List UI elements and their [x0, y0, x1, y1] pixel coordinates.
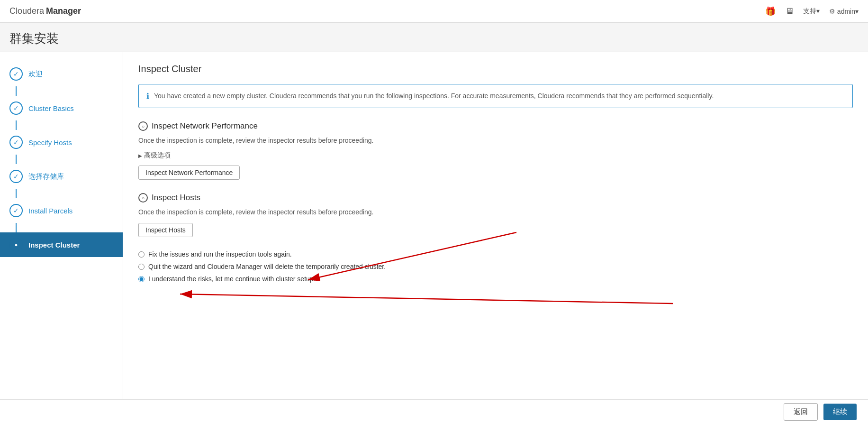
- radio-group: Fix the issues and run the inspection to…: [138, 250, 853, 283]
- topnav: Cloudera Manager 🎁 🖥 支持▾ ⚙ admin▾: [0, 0, 868, 23]
- admin-menu[interactable]: ⚙ admin▾: [829, 8, 859, 15]
- radio-quit-wizard[interactable]: Quit the wizard and Cloudera Manager wil…: [138, 263, 853, 270]
- network-title-text: Inspect Network Performance: [152, 121, 258, 131]
- network-clock-icon: ○: [138, 121, 148, 131]
- cloud-icon[interactable]: 🖥: [785, 6, 794, 16]
- topnav-actions: 🎁 🖥 支持▾ ⚙ admin▾: [765, 6, 859, 17]
- network-desc: Once the inspection is complete, review …: [138, 136, 853, 146]
- sidebar-item-install-parcels[interactable]: ✓ Install Parcels: [0, 198, 123, 223]
- bottom-bar: 返回 继续: [0, 399, 868, 424]
- sidebar-label-inspect-cluster: Inspect Cluster: [28, 241, 80, 249]
- hosts-section: ○ Inspect Hosts Once the inspection is c…: [138, 193, 853, 237]
- sidebar-label-select-repo: 选择存储库: [28, 172, 64, 181]
- network-section: ○ Inspect Network Performance Once the i…: [138, 121, 853, 180]
- sidebar-item-select-repo[interactable]: ✓ 选择存储库: [0, 164, 123, 189]
- radio-quit-label: Quit the wizard and Cloudera Manager wil…: [148, 263, 386, 270]
- step-icon-install-parcels: ✓: [9, 204, 23, 217]
- sidebar-item-welcome[interactable]: ✓ 欢迎: [0, 62, 123, 86]
- radio-continue-label: I understand the risks, let me continue …: [148, 275, 316, 283]
- step-icon-cluster-basics: ✓: [9, 101, 23, 115]
- radio-continue-setup[interactable]: I understand the risks, let me continue …: [138, 275, 853, 283]
- hosts-section-title: ○ Inspect Hosts: [138, 193, 853, 203]
- support-menu[interactable]: 支持▾: [803, 7, 820, 16]
- sidebar-line-4: [16, 189, 17, 198]
- sidebar-line-2: [16, 120, 17, 130]
- info-icon: ℹ: [146, 92, 149, 101]
- content-area: Inspect Cluster ℹ You have created a new…: [123, 52, 868, 424]
- brand-cloudera: Cloudera: [9, 6, 44, 16]
- step-icon-welcome: ✓: [9, 67, 23, 81]
- inspect-hosts-button[interactable]: Inspect Hosts: [138, 223, 193, 237]
- radio-fix-label: Fix the issues and run the inspection to…: [148, 250, 292, 258]
- sidebar: ✓ 欢迎 ✓ Cluster Basics ✓ Specify Hosts ✓ …: [0, 52, 123, 424]
- page-title: 群集安装: [0, 23, 868, 52]
- sidebar-label-cluster-basics: Cluster Basics: [28, 104, 74, 112]
- sidebar-item-cluster-basics[interactable]: ✓ Cluster Basics: [0, 96, 123, 120]
- brand-manager: Manager: [46, 6, 81, 16]
- radio-fix-input[interactable]: [138, 251, 145, 258]
- continue-button[interactable]: 继续: [823, 404, 857, 420]
- step-icon-select-repo: ✓: [9, 170, 23, 183]
- advanced-options-label: 高级选项: [144, 151, 171, 160]
- gift-icon[interactable]: 🎁: [765, 6, 776, 17]
- sidebar-line-3: [16, 155, 17, 164]
- step-icon-specify-hosts: ✓: [9, 136, 23, 149]
- step-icon-inspect-cluster: ●: [9, 238, 23, 251]
- sidebar-line-5: [16, 223, 17, 232]
- sidebar-item-specify-hosts[interactable]: ✓ Specify Hosts: [0, 130, 123, 155]
- topnav-brand: Cloudera Manager: [9, 6, 81, 16]
- content-section-title: Inspect Cluster: [138, 64, 853, 74]
- radio-continue-input[interactable]: [138, 276, 145, 282]
- sidebar-line-1: [16, 86, 17, 96]
- back-button[interactable]: 返回: [784, 403, 818, 421]
- chevron-right-icon: ▶: [138, 153, 142, 158]
- sidebar-label-specify-hosts: Specify Hosts: [28, 138, 72, 147]
- radio-quit-input[interactable]: [138, 264, 145, 270]
- advanced-options-link[interactable]: ▶ 高级选项: [138, 151, 853, 160]
- sidebar-item-inspect-cluster[interactable]: ● Inspect Cluster: [0, 232, 123, 257]
- inspect-network-button[interactable]: Inspect Network Performance: [138, 166, 240, 180]
- main-layout: ✓ 欢迎 ✓ Cluster Basics ✓ Specify Hosts ✓ …: [0, 52, 868, 424]
- hosts-desc: Once the inspection is complete, review …: [138, 207, 853, 217]
- info-banner-text: You have created a new empty cluster. Cl…: [154, 91, 714, 101]
- hosts-clock-icon: ○: [138, 193, 148, 203]
- sidebar-label-welcome: 欢迎: [28, 70, 43, 79]
- info-banner: ℹ You have created a new empty cluster. …: [138, 84, 853, 108]
- hosts-title-text: Inspect Hosts: [152, 193, 200, 203]
- sidebar-label-install-parcels: Install Parcels: [28, 207, 72, 215]
- network-section-title: ○ Inspect Network Performance: [138, 121, 853, 131]
- radio-fix-issues[interactable]: Fix the issues and run the inspection to…: [138, 250, 853, 258]
